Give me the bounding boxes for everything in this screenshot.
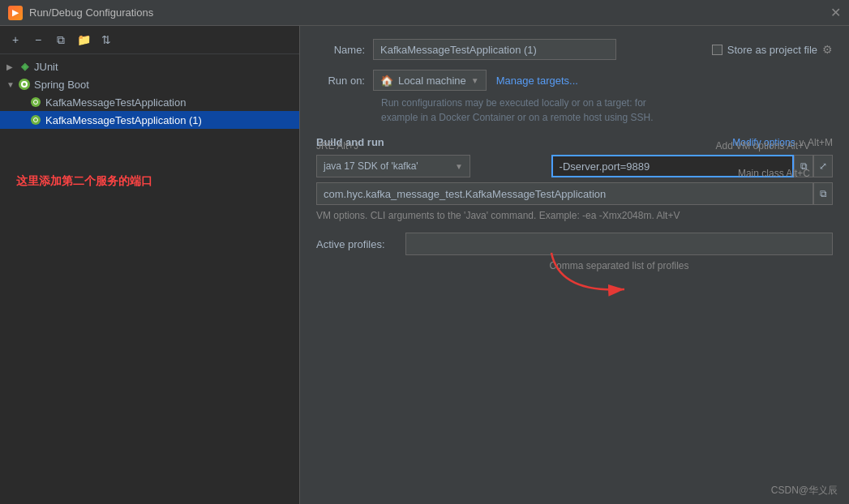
run-on-label: Run on: <box>316 75 373 87</box>
modify-alt-shortcut: Alt+M <box>808 137 833 148</box>
run-on-dropdown[interactable]: 🏠 Local machine ▼ <box>373 70 487 91</box>
spring-boot-label: Spring Boot <box>34 79 89 91</box>
name-label: Name: <box>316 44 373 56</box>
sort-button[interactable]: ⇅ <box>97 31 115 49</box>
name-input[interactable] <box>373 39 616 60</box>
spring-boot-group: ▼ Spring Boot KafkaMessageTestApplicatio… <box>0 75 299 129</box>
jre-dropdown[interactable]: java 17 SDK of 'kafka' ▼ <box>316 155 470 177</box>
main-class-input[interactable] <box>316 182 813 205</box>
toolbar: + − ⧉ 📁 ⇅ <box>0 26 299 54</box>
app2-icon <box>29 113 42 126</box>
profiles-input[interactable] <box>405 233 833 255</box>
app1-item[interactable]: KafkaMessageTestApplication <box>0 93 299 111</box>
jre-arrow: ▼ <box>455 162 463 171</box>
app2-item[interactable]: KafkaMessageTestApplication (1) <box>0 111 299 129</box>
left-panel: + − ⧉ 📁 ⇅ ▶ ◈ JUnit ▼ <box>0 26 300 504</box>
junit-arrow: ▶ <box>6 62 18 71</box>
house-icon: 🏠 <box>380 75 393 87</box>
store-label: Store as project file <box>727 44 817 56</box>
junit-icon: ◈ <box>18 60 31 73</box>
app1-icon <box>29 96 42 109</box>
name-row: Name: Store as project file ⚙ <box>316 39 833 60</box>
main-container: + − ⧉ 📁 ⇅ ▶ ◈ JUnit ▼ <box>0 26 849 504</box>
store-row: Store as project file ⚙ <box>712 43 833 56</box>
watermark: CSDN@华义辰 <box>771 484 838 498</box>
app1-label: KafkaMessageTestApplication <box>45 96 186 109</box>
main-class-row: ⧉ <box>316 182 833 205</box>
jre-label: java 17 SDK of 'kafka' <box>324 160 418 172</box>
spring-boot-item[interactable]: ▼ Spring Boot <box>0 75 299 93</box>
window-title: Run/Debug Configurations <box>29 6 153 19</box>
junit-item[interactable]: ▶ ◈ JUnit <box>0 58 299 75</box>
main-class-container: Main class Alt+C ⧉ <box>316 182 833 205</box>
junit-label: JUnit <box>34 61 58 73</box>
dropdown-arrow-icon: ▼ <box>471 76 479 85</box>
active-profiles-row: Active profiles: <box>316 233 833 255</box>
vm-expand-btn[interactable]: ⤢ <box>813 155 833 177</box>
local-machine-label: Local machine <box>398 75 466 87</box>
profiles-label: Active profiles: <box>316 238 405 250</box>
remove-config-button[interactable]: − <box>29 31 47 49</box>
copy-config-button[interactable]: ⧉ <box>52 31 70 49</box>
run-on-row: Run on: 🏠 Local machine ▼ Manage targets… <box>316 70 833 91</box>
hint-text: Run configurations may be executed local… <box>381 96 833 125</box>
main-class-copy-btn[interactable]: ⧉ <box>813 182 833 205</box>
vm-options-desc: VM options. CLI arguments to the 'Java' … <box>316 210 833 221</box>
add-vm-hint: Add VM options Alt+V <box>716 140 810 152</box>
add-config-button[interactable]: + <box>6 31 24 49</box>
jre-hint: JRE Alt+J <box>316 140 358 152</box>
profiles-hint: Comma separated list of profiles <box>316 260 833 271</box>
spring-icon <box>18 78 31 91</box>
hint-line1: Run configurations may be executed local… <box>381 97 646 109</box>
jre-section: JRE Alt+J java 17 SDK of 'kafka' ▼ <box>316 155 551 177</box>
folder-button[interactable]: 📁 <box>75 31 92 49</box>
title-bar: ▶ Run/Debug Configurations ✕ <box>0 0 849 26</box>
app2-label: KafkaMessageTestApplication (1) <box>45 114 202 126</box>
store-checkbox[interactable] <box>712 45 723 55</box>
right-panel: Name: Store as project file ⚙ Run on: 🏠 … <box>300 26 849 504</box>
close-button[interactable]: ✕ <box>830 5 841 20</box>
manage-targets-link[interactable]: Manage targets... <box>496 75 578 87</box>
title-bar-left: ▶ Run/Debug Configurations <box>8 6 153 20</box>
annotation-text: 这里添加第二个服务的端口 <box>16 174 152 189</box>
hint-line2: example in a Docker Container or on a re… <box>381 112 654 123</box>
spring-arrow: ▼ <box>6 80 18 89</box>
gear-icon[interactable]: ⚙ <box>822 43 833 56</box>
junit-group: ▶ ◈ JUnit <box>0 58 299 75</box>
tree-area: ▶ ◈ JUnit ▼ Spring Boot <box>0 54 299 504</box>
main-class-hint: Main class Alt+C <box>738 168 810 179</box>
app-icon: ▶ <box>8 6 23 20</box>
